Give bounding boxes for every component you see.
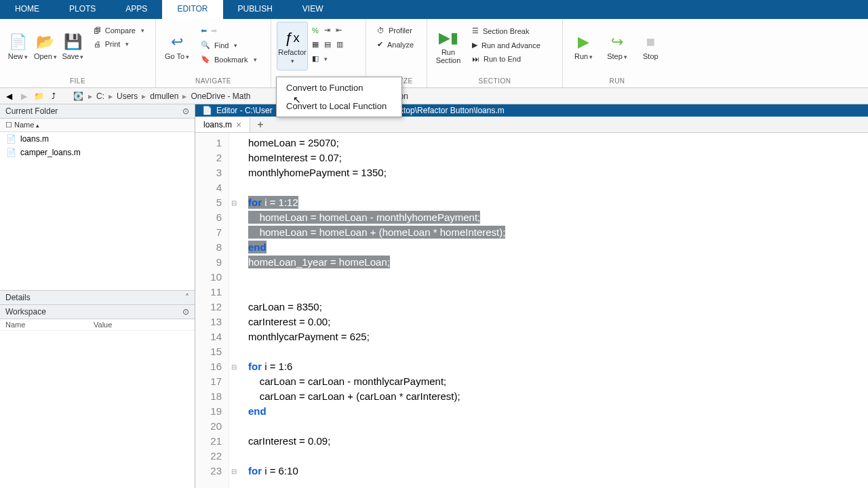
breadcrumb[interactable]: dmullen xyxy=(150,92,178,101)
compare-icon: 🗐 xyxy=(94,26,101,35)
details-header[interactable]: Details˄ xyxy=(0,291,195,305)
convert-to-local-function[interactable]: Convert to Local Function xyxy=(277,97,401,115)
breadcrumb[interactable]: C: xyxy=(96,92,104,101)
ws-name-col[interactable]: Name xyxy=(5,321,94,329)
ribbon: 📄New▾ 📂Open▾ 💾Save▾ 🗐Compare▾ 🖨Print▾ FI… xyxy=(0,19,868,88)
refactor-button[interactable]: ƒxRefactor▾ xyxy=(277,22,308,70)
analyze-icon: ✔ xyxy=(377,40,383,49)
save-button[interactable]: 💾Save▾ xyxy=(60,22,85,70)
convert-to-function[interactable]: Convert to Function xyxy=(277,79,401,97)
open-button[interactable]: 📂Open▾ xyxy=(33,22,58,70)
tab-plots[interactable]: PLOTS xyxy=(54,0,111,19)
play-icon: ▶ xyxy=(578,32,589,52)
run-to-end-icon: ⏭ xyxy=(472,55,479,63)
address-bar: ◀ ▶ 📁 ⤴ 💽 ▸ C:▸ Users▸ dmullen▸ OneDrive… xyxy=(0,88,868,104)
left-panel: Current Folder⊙ ☐ Name ▴ 📄loans.m📄camper… xyxy=(0,104,195,488)
run-section-button[interactable]: ▶▮Run Section xyxy=(433,22,464,70)
drive-icon: 💽 xyxy=(72,90,84,102)
back-icon[interactable]: ◀ xyxy=(3,90,15,102)
outdent-icon[interactable]: ⇤ xyxy=(334,24,343,36)
tab-editor[interactable]: EDITOR xyxy=(162,0,222,19)
new-file-icon: 📄 xyxy=(9,32,27,52)
nav-back-button[interactable]: ⬅➡ xyxy=(195,24,262,37)
run-advance-icon: ▶ xyxy=(472,41,477,49)
code-editor[interactable]: 1234567891011121314151617181920212223 ⊟⊟… xyxy=(195,133,868,488)
breadcrumb[interactable]: Users xyxy=(117,92,138,101)
section-break-button[interactable]: ☰Section Break xyxy=(467,24,546,37)
close-icon[interactable]: × xyxy=(236,119,241,130)
goto-icon: ↩ xyxy=(171,32,183,52)
file-item[interactable]: 📄loans.m xyxy=(0,132,195,146)
navigate-group-label: NAVIGATE xyxy=(156,76,271,87)
code-tool4-icon[interactable]: ◧▾ xyxy=(311,53,329,64)
save-icon: 💾 xyxy=(64,32,82,52)
breadcrumb[interactable]: OneDrive - Math xyxy=(191,92,250,101)
code-tool-icon[interactable]: ▦ xyxy=(311,39,320,50)
code-tool3-icon[interactable]: ▥ xyxy=(335,39,344,50)
stop-icon: ■ xyxy=(646,32,655,52)
editor-tab[interactable]: loans.m× xyxy=(195,117,250,132)
run-section-icon: ▶▮ xyxy=(439,28,458,48)
add-tab-button[interactable]: + xyxy=(250,117,270,132)
indent-icon[interactable]: ⇥ xyxy=(323,24,332,36)
doc-icon: 📄 xyxy=(202,106,212,115)
analyze-button[interactable]: ✔Analyze xyxy=(372,38,419,51)
run-group-label: RUN xyxy=(563,76,671,87)
find-button[interactable]: 🔍Find▾ xyxy=(195,39,262,52)
section-group-label: SECTION xyxy=(427,76,562,87)
step-button[interactable]: ↪Step▾ xyxy=(601,22,632,70)
forward-icon[interactable]: ▶ xyxy=(18,90,30,102)
section-break-icon: ☰ xyxy=(472,26,479,35)
file-group-label: FILE xyxy=(0,76,155,87)
collapse-icon[interactable]: ⊙ xyxy=(182,106,189,116)
folder-icon[interactable]: 📁 xyxy=(33,90,45,102)
main-tabstrip: HOME PLOTS APPS EDITOR PUBLISH VIEW xyxy=(0,0,868,19)
line-gutter: 1234567891011121314151617181920212223 xyxy=(195,133,229,488)
tab-apps[interactable]: APPS xyxy=(111,0,162,19)
run-button[interactable]: ▶Run▾ xyxy=(568,22,599,70)
tab-view[interactable]: VIEW xyxy=(288,0,338,19)
file-item[interactable]: 📄camper_loans.m xyxy=(0,146,195,159)
refactor-icon: ƒx xyxy=(285,28,299,48)
workspace-columns: Name Value xyxy=(0,319,195,331)
run-advance-button[interactable]: ▶Run and Advance xyxy=(467,39,546,52)
expand-icon[interactable]: ˄ xyxy=(185,293,189,302)
tab-home[interactable]: HOME xyxy=(0,0,54,19)
workspace-header[interactable]: Workspace⊙ xyxy=(0,305,195,319)
code-tool2-icon[interactable]: ▤ xyxy=(323,39,332,50)
code-body[interactable]: homeLoan = 25070;homeInterest = 0.07;mon… xyxy=(239,133,505,488)
refactor-dropdown: Convert to Function Convert to Local Fun… xyxy=(276,77,402,117)
arrow-right-icon: ➡ xyxy=(211,26,217,35)
editor-area: 📄 Editor - C:\User orks\Desktop\Refactor… xyxy=(195,104,868,488)
profiler-icon: ⏱ xyxy=(377,26,384,35)
step-icon: ↪ xyxy=(611,32,623,52)
new-button[interactable]: 📄New▾ xyxy=(5,22,31,70)
up-icon[interactable]: ⤴ xyxy=(47,90,60,102)
print-icon: 🖨 xyxy=(94,40,101,48)
percent-icon[interactable]: % xyxy=(311,24,320,36)
workspace-body xyxy=(0,331,195,489)
name-column-header[interactable]: ☐ Name ▴ xyxy=(0,119,195,132)
fold-column: ⊟⊟⊟ xyxy=(229,133,239,488)
bookmark-button[interactable]: 🔖Bookmark▾ xyxy=(195,53,262,66)
goto-button[interactable]: ↩Go To▾ xyxy=(161,22,193,70)
ws-value-col[interactable]: Value xyxy=(94,321,112,329)
matlab-file-icon: 📄 xyxy=(5,147,16,158)
compare-button[interactable]: 🗐Compare▾ xyxy=(88,24,150,37)
profiler-button[interactable]: ⏱Profiler xyxy=(372,24,419,37)
editor-tabs: loans.m× + xyxy=(195,117,868,133)
bookmark-icon: 🔖 xyxy=(201,55,210,64)
search-icon: 🔍 xyxy=(201,41,210,49)
matlab-file-icon: 📄 xyxy=(5,134,16,144)
open-folder-icon: 📂 xyxy=(36,32,54,52)
current-folder-header[interactable]: Current Folder⊙ xyxy=(0,104,195,119)
tab-publish[interactable]: PUBLISH xyxy=(223,0,288,19)
collapse-icon[interactable]: ⊙ xyxy=(182,307,189,317)
run-to-end-button[interactable]: ⏭Run to End xyxy=(467,53,546,65)
arrow-left-icon: ⬅ xyxy=(201,26,207,35)
print-button[interactable]: 🖨Print▾ xyxy=(88,38,150,50)
stop-button[interactable]: ■Stop xyxy=(635,22,666,70)
file-list: 📄loans.m📄camper_loans.m xyxy=(0,132,195,290)
